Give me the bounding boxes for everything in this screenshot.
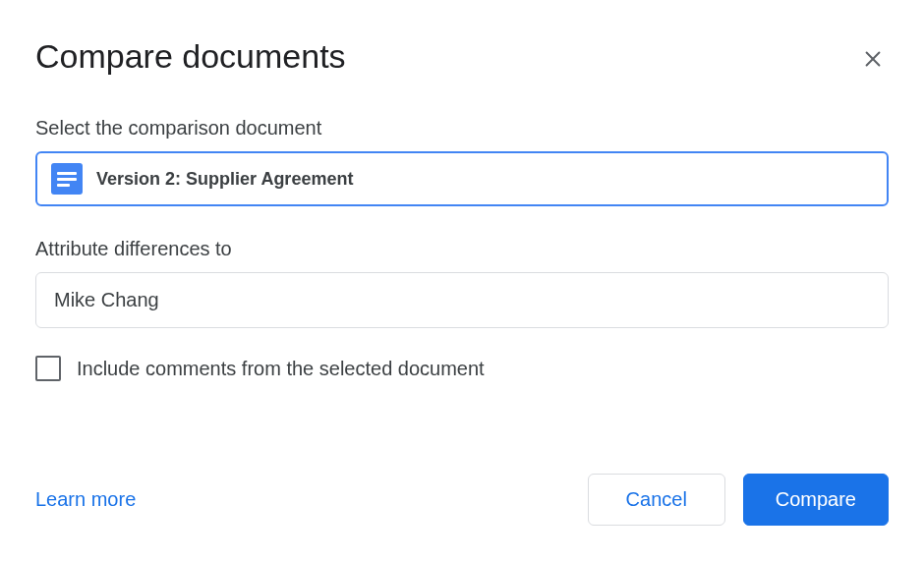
attribute-differences-label: Attribute differences to <box>35 238 889 260</box>
include-comments-checkbox[interactable] <box>35 356 61 381</box>
dialog-footer: Learn more Cancel Compare <box>35 454 889 526</box>
close-icon <box>862 48 884 70</box>
comparison-document-label: Select the comparison document <box>35 117 889 140</box>
include-comments-row[interactable]: Include comments from the selected docum… <box>35 356 889 381</box>
cancel-button[interactable]: Cancel <box>588 474 725 526</box>
include-comments-label: Include comments from the selected docum… <box>77 358 485 380</box>
docs-file-icon <box>51 163 83 195</box>
dialog-title: Compare documents <box>35 37 346 76</box>
comparison-document-selector[interactable]: Version 2: Supplier Agreement <box>35 151 889 206</box>
selected-document-name: Version 2: Supplier Agreement <box>96 169 353 190</box>
compare-button[interactable]: Compare <box>743 474 889 526</box>
learn-more-link[interactable]: Learn more <box>35 488 136 511</box>
compare-documents-dialog: Compare documents Select the comparison … <box>0 0 924 561</box>
close-button[interactable] <box>857 43 889 75</box>
button-group: Cancel Compare <box>588 474 889 526</box>
dialog-header: Compare documents <box>35 37 889 76</box>
attribute-differences-input[interactable] <box>35 272 889 328</box>
